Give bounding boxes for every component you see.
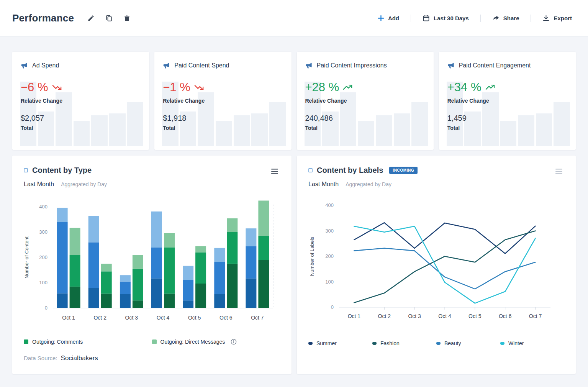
svg-text:0: 0 xyxy=(45,305,47,311)
add-button[interactable]: Add xyxy=(378,15,399,21)
kpi-row: Ad Spend −6 % Relative Change $2,057 Tot… xyxy=(12,52,576,150)
kpi-total-label: Total xyxy=(21,125,141,131)
incoming-badge[interactable]: INCOMING xyxy=(389,167,418,174)
svg-text:Oct 2: Oct 2 xyxy=(93,315,106,321)
legend-item-winter[interactable]: Winter xyxy=(500,340,564,346)
date-range-button[interactable]: Last 30 Days xyxy=(423,15,469,22)
page-title: Performance xyxy=(12,12,74,24)
export-button[interactable]: Export xyxy=(542,15,572,22)
content-by-type-chart[interactable]: Number of Content0100200300400Oct 1Oct 2… xyxy=(24,198,280,327)
chart-type-icon xyxy=(308,168,313,172)
trend-down-icon xyxy=(194,84,205,91)
copy-icon[interactable] xyxy=(103,13,115,24)
kpi-card-paid-content-spend[interactable]: Paid Content Spend −1 % Relative Change … xyxy=(154,52,291,150)
megaphone-icon xyxy=(163,62,170,69)
trend-up-icon xyxy=(485,84,496,91)
legend-item-fashion[interactable]: Fashion xyxy=(372,340,436,346)
kpi-change-label: Relative Change xyxy=(305,98,425,104)
chart-type-icon xyxy=(24,168,28,172)
svg-text:200: 200 xyxy=(325,253,334,259)
header-actions: Add Last 30 Days Share Export xyxy=(378,15,572,22)
kpi-total-value: $1,918 xyxy=(163,114,283,123)
legend-dot xyxy=(308,342,313,345)
header-divider xyxy=(480,15,481,22)
kpi-total-value: 1,459 xyxy=(447,114,567,123)
chart-aggregation-label: Aggregated by Day xyxy=(346,181,391,187)
svg-text:Oct 6: Oct 6 xyxy=(499,313,512,319)
svg-text:300: 300 xyxy=(325,228,334,234)
svg-text:300: 300 xyxy=(39,229,47,235)
data-source-value: Socialbakers xyxy=(61,354,98,362)
content-by-labels-card: Content by Labels INCOMING Last Month Ag… xyxy=(297,156,576,374)
chart-aggregation-label: Aggregated by Day xyxy=(61,181,107,187)
header-divider xyxy=(411,15,411,22)
chart-period-label: Last Month xyxy=(24,181,54,188)
plus-icon xyxy=(378,15,384,21)
line-chart-legend: Summer Fashion Beauty Winter xyxy=(308,340,564,346)
svg-text:Oct 6: Oct 6 xyxy=(219,315,233,321)
svg-text:Oct 3: Oct 3 xyxy=(408,313,421,319)
svg-text:Oct 2: Oct 2 xyxy=(378,313,391,319)
kpi-total-label: Total xyxy=(305,125,425,131)
hamburger-menu-icon[interactable] xyxy=(269,166,280,178)
svg-text:200: 200 xyxy=(39,254,47,260)
hamburger-menu-icon[interactable] xyxy=(554,166,564,178)
data-source-label: Data Source: xyxy=(24,355,57,361)
chart-period-label: Last Month xyxy=(308,181,339,188)
trend-down-icon xyxy=(52,84,62,91)
megaphone-icon xyxy=(447,62,455,69)
delete-icon[interactable] xyxy=(121,13,133,24)
data-source: Data Source: Socialbakers xyxy=(24,354,280,362)
svg-text:Oct 7: Oct 7 xyxy=(251,315,264,321)
megaphone-icon xyxy=(21,62,28,69)
share-button[interactable]: Share xyxy=(492,15,519,22)
info-icon[interactable] xyxy=(231,339,237,345)
download-icon xyxy=(542,15,550,22)
content-by-type-card: Content by Type Last Month Aggregated by… xyxy=(12,156,292,374)
title-group: Performance xyxy=(12,12,139,24)
share-icon xyxy=(492,15,500,22)
svg-text:Oct 3: Oct 3 xyxy=(125,315,138,321)
svg-text:400: 400 xyxy=(325,202,334,208)
legend-item-beauty[interactable]: Beauty xyxy=(436,340,500,346)
kpi-title: Ad Spend xyxy=(32,62,59,69)
kpi-total-label: Total xyxy=(447,125,567,131)
add-label: Add xyxy=(388,15,399,21)
kpi-card-paid-content-engagement[interactable]: Paid Content Engagement +34 % Relative C… xyxy=(439,52,576,150)
legend-label: Fashion xyxy=(380,340,400,346)
kpi-change-value: +28 % xyxy=(305,80,425,94)
charts-row: Content by Type Last Month Aggregated by… xyxy=(12,156,576,374)
kpi-change-label: Relative Change xyxy=(163,98,283,104)
svg-text:Oct 1: Oct 1 xyxy=(348,313,361,319)
svg-text:400: 400 xyxy=(39,204,47,210)
svg-text:0: 0 xyxy=(331,304,334,310)
legend-label: Outgoing: Direct Messages xyxy=(161,339,225,345)
kpi-title: Paid Content Spend xyxy=(174,62,229,69)
svg-text:100: 100 xyxy=(325,279,334,285)
svg-text:Oct 5: Oct 5 xyxy=(188,315,201,321)
legend-swatch xyxy=(24,339,28,344)
kpi-total-label: Total xyxy=(163,125,283,131)
svg-text:Oct 7: Oct 7 xyxy=(529,313,542,319)
kpi-change-value: −6 % xyxy=(21,80,141,94)
kpi-change-label: Relative Change xyxy=(21,98,141,104)
legend-dot xyxy=(500,342,504,345)
kpi-change-value: −1 % xyxy=(163,80,283,94)
legend-item-summer[interactable]: Summer xyxy=(308,340,372,346)
legend-label: Winter xyxy=(508,340,524,346)
kpi-change-label: Relative Change xyxy=(447,98,567,104)
edit-icon[interactable] xyxy=(85,13,97,24)
kpi-title: Paid Content Engagement xyxy=(459,62,531,69)
export-label: Export xyxy=(554,15,572,21)
content-by-labels-chart[interactable]: Number of Labels0100200300400Oct 1Oct 2O… xyxy=(308,198,564,327)
kpi-card-paid-content-impressions[interactable]: Paid Content Impressions +28 % Relative … xyxy=(297,52,434,150)
trend-up-icon xyxy=(343,84,353,91)
kpi-card-ad-spend[interactable]: Ad Spend −6 % Relative Change $2,057 Tot… xyxy=(12,52,149,150)
legend-item-outgoing-comments[interactable]: Outgoing: Comments xyxy=(24,339,152,345)
svg-text:100: 100 xyxy=(39,280,47,285)
legend-item-outgoing-direct-messages[interactable]: Outgoing: Direct Messages xyxy=(152,339,280,345)
svg-text:Oct 4: Oct 4 xyxy=(438,313,451,319)
top-bar: Performance Add Last 30 Days Share Expor… xyxy=(0,0,588,37)
legend-dot xyxy=(372,342,377,345)
chart-title: Content by Type xyxy=(32,166,92,175)
